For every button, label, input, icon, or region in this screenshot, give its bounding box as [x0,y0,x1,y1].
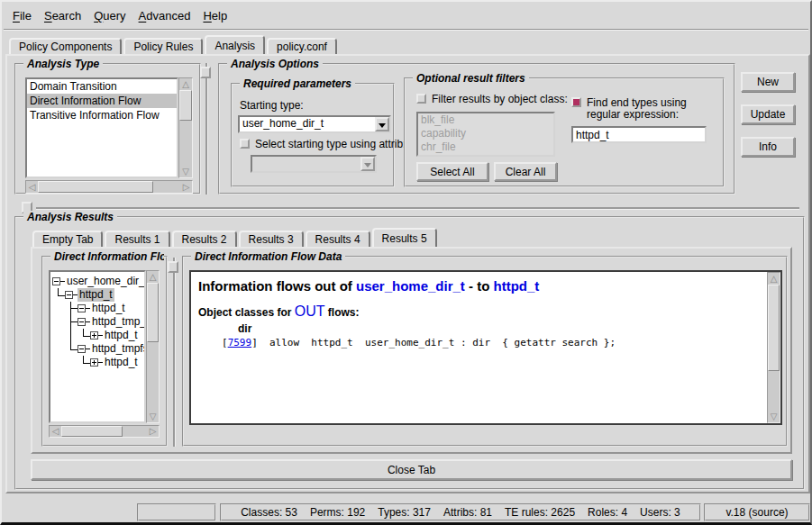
analysis-type-vscrollbar[interactable]: △ ▽ [178,77,193,178]
data-vscrollbar[interactable]: △ ▽ [767,272,780,423]
tree-hscrollbar[interactable]: ◁ ▷ [49,425,160,438]
scroll-track[interactable] [179,121,192,166]
scroll-thumb[interactable] [147,283,159,342]
collapse-icon[interactable] [78,345,86,353]
menu-help[interactable]: Help [201,9,229,23]
update-button[interactable]: Update [741,104,795,124]
scroll-down-icon[interactable]: ▽ [179,166,192,177]
optional-filters-title: Optional result filters [413,72,529,85]
tree-guide [65,356,78,369]
scroll-left-icon[interactable]: ◁ [26,181,38,193]
collapse-icon[interactable] [65,291,73,299]
status-stat: Roles: 4 [588,506,627,519]
scroll-up-icon[interactable]: △ [147,271,159,283]
menu-search[interactable]: Search [42,9,83,23]
tree-node-label[interactable]: httpd_t [90,302,127,315]
tree-guide [52,356,65,369]
scroll-thumb[interactable] [61,426,123,437]
starting-type-combobox[interactable]: user_home_dir_t [238,115,391,133]
tree-row: httpd_t [52,302,144,315]
scroll-up-icon[interactable]: △ [179,78,192,90]
scroll-thumb[interactable] [768,285,780,371]
results-sash-handle[interactable] [168,261,178,273]
scroll-up-icon[interactable]: △ [768,273,780,285]
tree-guide [52,342,65,356]
tree-node-label[interactable]: httpd_t [78,288,114,302]
object-class-filter-label: Filter results by object class: [432,94,568,105]
tree-node-label[interactable]: httpd_t [103,356,140,369]
collapse-icon[interactable] [78,304,86,312]
results-tab-results-1[interactable]: Results 1 [105,231,169,247]
analysis-type-option[interactable]: Direct Information Flow [27,94,177,108]
scroll-down-icon[interactable]: ▽ [768,411,780,422]
scroll-down-icon[interactable]: ▽ [147,411,159,422]
allow-rule: [7599] allow httpd_t user_home_dir_t : d… [222,337,761,348]
info-button[interactable]: Info [741,137,795,157]
attrib-checkbox[interactable] [240,139,250,149]
analysis-results-title: Analysis Results [23,211,117,223]
tree-row: user_home_dir_t [52,275,144,288]
object-class-item: chr_file [418,140,553,154]
select-all-button[interactable]: Select All [416,162,488,181]
attrib-combobox-value [252,157,360,171]
regex-checkbox[interactable] [571,97,581,107]
tree-guide [65,329,78,342]
new-button[interactable]: New [741,72,795,92]
starting-type-label: Starting type: [240,99,304,112]
collapse-icon[interactable] [52,277,60,285]
status-stat: Users: 3 [640,506,680,519]
scroll-right-icon[interactable]: ▷ [147,426,159,437]
tab-analysis[interactable]: Analysis [205,35,265,54]
tree-node-label[interactable]: httpd_tmp_t [90,315,146,329]
results-tab-empty-tab[interactable]: Empty Tab [32,231,103,247]
tree-node-label[interactable]: httpd_tmpfs_t [90,342,146,356]
flow-tree[interactable]: user_home_dir_thttpd_thttpd_thttpd_tmp_t… [49,270,146,423]
analysis-results-group: Analysis Results Empty TabResults 1Resul… [14,216,805,490]
analysis-type-hscrollbar[interactable]: ◁ ▷ [25,180,193,194]
scroll-track[interactable] [123,426,147,437]
results-tab-results-2[interactable]: Results 2 [172,231,237,247]
close-tab-button[interactable]: Close Tab [31,459,792,480]
pane-sash-handle[interactable] [200,67,211,78]
status-box-empty [137,503,216,521]
tree-vscrollbar[interactable]: △ ▽ [146,270,160,423]
tree-node-label[interactable]: user_home_dir_t [65,275,146,288]
tree-guide [78,356,90,369]
subheading-segment: OUT [295,303,325,319]
results-tab-results-3[interactable]: Results 3 [239,231,304,247]
scroll-right-icon[interactable]: ▷ [180,181,192,193]
menu-file[interactable]: File [11,9,33,23]
flow-data-text[interactable]: Information flows out of user_home_dir_t… [189,270,782,425]
tree-guide [52,288,65,302]
menu-advanced[interactable]: Advanced [137,9,193,23]
analysis-type-group: Analysis Type Domain TransitionDirect In… [14,63,201,195]
tab-policy-components[interactable]: Policy Components [9,38,122,54]
analysis-type-option[interactable]: Transitive Information Flow [27,108,177,122]
scroll-thumb[interactable] [179,90,192,121]
scroll-thumb[interactable] [38,181,153,193]
status-stat: Perms: 192 [310,506,365,519]
analysis-type-title: Analysis Type [23,58,103,70]
tree-node-label[interactable]: httpd_t [103,329,140,342]
scroll-track[interactable] [153,181,180,193]
tab-policy-conf[interactable]: policy.conf [267,38,337,54]
scroll-track[interactable] [768,371,780,411]
results-tab-results-5[interactable]: Results 5 [372,228,437,247]
combobox-dropdown-button[interactable] [375,117,389,131]
object-class-filter-checkbox[interactable] [416,94,426,104]
tab-policy-rules[interactable]: Policy Rules [123,38,203,54]
scroll-left-icon[interactable]: ◁ [50,426,61,437]
clear-all-button[interactable]: Clear All [494,162,557,181]
expand-icon[interactable] [90,358,98,367]
regex-input[interactable] [571,126,707,143]
analysis-type-option[interactable]: Domain Transition [27,79,177,94]
expand-icon[interactable] [90,331,98,339]
status-stat: TE rules: 2625 [505,506,575,519]
analysis-type-list[interactable]: Domain TransitionDirect Information Flow… [25,77,178,178]
menu-query[interactable]: Query [92,9,127,23]
scroll-track[interactable] [147,342,159,411]
collapse-icon[interactable] [78,318,86,326]
chevron-down-icon [379,123,386,131]
results-tab-results-4[interactable]: Results 4 [306,231,370,247]
tree-row: httpd_tmpfs_t [52,342,144,356]
